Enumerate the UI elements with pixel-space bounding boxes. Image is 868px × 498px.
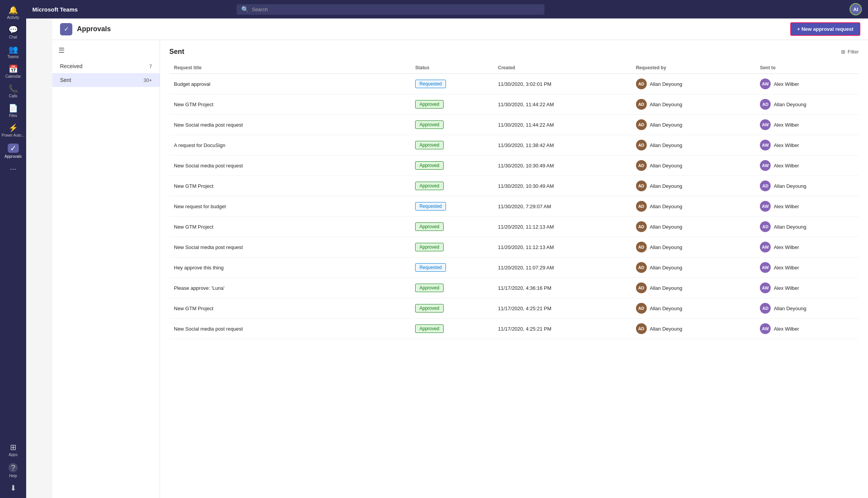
cell-status: Requested <box>411 74 493 94</box>
cell-sent-to: AD Allan Deyoung <box>755 298 859 319</box>
table-row[interactable]: Hey approve this thing Requested 11/20/2… <box>169 257 859 278</box>
table-row[interactable]: New Social media post request Approved 1… <box>169 319 859 339</box>
avatar: AW <box>760 140 771 150</box>
table-row[interactable]: New request for budget Requested 11/30/2… <box>169 196 859 217</box>
avatar: AD <box>636 160 647 171</box>
avatar: AD <box>636 323 647 334</box>
sidebar-item-label-power-automate: Power Auto... <box>2 133 24 137</box>
hamburger-icon[interactable]: ☰ <box>58 46 65 55</box>
table-row[interactable]: New Social media post request Approved 1… <box>169 115 859 135</box>
cell-created: 11/30/2020, 11:44:22 AM <box>493 94 631 115</box>
avatar: AD <box>760 180 771 191</box>
status-badge: Approved <box>415 222 443 231</box>
cell-requested-by: AD Allan Deyoung <box>631 278 756 298</box>
col-header-created: Created <box>493 62 631 74</box>
more-icon: ··· <box>10 165 17 172</box>
sidebar-item-more[interactable]: ··· <box>0 162 26 175</box>
sidebar-item-calendar[interactable]: 📅 Calendar <box>0 62 26 82</box>
avatar: AW <box>760 242 771 252</box>
cell-status: Approved <box>411 135 493 155</box>
table-row[interactable]: New GTM Project Approved 11/17/2020, 4:2… <box>169 298 859 319</box>
sidebar-item-power-automate[interactable]: ⚡ Power Auto... <box>0 121 26 140</box>
search-box[interactable]: 🔍 <box>237 4 544 15</box>
status-badge: Requested <box>415 263 446 272</box>
status-badge: Approved <box>415 100 443 109</box>
cell-title: New request for budget <box>169 196 411 217</box>
cell-sent-to: AW Alex Wilber <box>755 135 859 155</box>
table-row[interactable]: New GTM Project Approved 11/30/2020, 11:… <box>169 94 859 115</box>
nav-badge-sent: 30+ <box>144 77 152 83</box>
sidebar-item-label-activity: Activity <box>7 15 19 20</box>
teams-icon: 👥 <box>8 45 18 53</box>
sidebar-item-chat[interactable]: 💬 Chat <box>0 23 26 42</box>
panel-header-row: Sent ⊞ Filter <box>169 48 859 56</box>
cell-requested-by: AD Allan Deyoung <box>631 257 756 278</box>
sidebar-item-approvals[interactable]: ✓ Approvals <box>0 140 26 162</box>
status-badge: Approved <box>415 284 443 292</box>
nav-item-received[interactable]: Received 7 <box>52 59 160 73</box>
avatar: AD <box>636 201 647 212</box>
table-row[interactable]: New GTM Project Approved 11/30/2020, 10:… <box>169 176 859 196</box>
sidebar-item-label-calls: Calls <box>9 94 17 98</box>
apps-icon: ⊞ <box>10 443 17 451</box>
sidebar-item-files[interactable]: 📄 Files <box>0 101 26 121</box>
cell-requested-by: AD Allan Deyoung <box>631 135 756 155</box>
sidebar-item-label-calendar: Calendar <box>5 74 21 79</box>
col-header-sent-to: Sent to <box>755 62 859 74</box>
sidebar-item-label-apps: Apps <box>9 453 18 457</box>
sidebar-item-calls[interactable]: 📞 Calls <box>0 82 26 101</box>
table-row[interactable]: A request for DocuSign Approved 11/30/20… <box>169 135 859 155</box>
sidebar-item-label-approvals: Approvals <box>5 154 22 159</box>
cell-title: New Social media post request <box>169 319 411 339</box>
cell-created: 11/30/2020, 11:44:22 AM <box>493 115 631 135</box>
cell-requested-by: AD Allan Deyoung <box>631 196 756 217</box>
cell-created: 11/17/2020, 4:25:21 PM <box>493 298 631 319</box>
filter-button[interactable]: ⊞ Filter <box>841 49 859 55</box>
nav-item-sent[interactable]: Sent 30+ <box>52 73 160 87</box>
table-row[interactable]: Please approve: 'Luna' Approved 11/17/20… <box>169 278 859 298</box>
avatar: AD <box>636 303 647 314</box>
sidebar-item-activity[interactable]: 🔔 Activity <box>0 3 26 23</box>
approvals-table: Request title Status Created Requested b… <box>169 62 859 339</box>
status-badge: Approved <box>415 161 443 170</box>
table-row[interactable]: Budget approval Requested 11/30/2020, 3:… <box>169 74 859 94</box>
calls-icon: 📞 <box>8 85 18 92</box>
cell-requested-by: AD Allan Deyoung <box>631 217 756 237</box>
table-row[interactable]: New GTM Project Approved 11/20/2020, 11:… <box>169 217 859 237</box>
cell-status: Approved <box>411 94 493 115</box>
cell-requested-by: AD Allan Deyoung <box>631 319 756 339</box>
help-icon: ? <box>8 463 18 472</box>
avatar: AW <box>760 79 771 89</box>
sidebar-item-label-chat: Chat <box>9 35 17 39</box>
avatar: AD <box>760 221 771 232</box>
col-header-requested-by: Requested by <box>631 62 756 74</box>
cell-sent-to: AW Alex Wilber <box>755 257 859 278</box>
sidebar-item-download[interactable]: ⬇ <box>0 481 26 495</box>
sidebar-item-apps[interactable]: ⊞ Apps <box>0 440 26 460</box>
cell-created: 11/30/2020, 7:29:07 AM <box>493 196 631 217</box>
avatar: AD <box>636 180 647 191</box>
cell-status: Approved <box>411 319 493 339</box>
avatar: AW <box>760 262 771 273</box>
cell-requested-by: AD Allan Deyoung <box>631 176 756 196</box>
user-avatar-top[interactable]: AI <box>850 3 862 15</box>
table-row[interactable]: New Social media post request Approved 1… <box>169 155 859 176</box>
status-badge: Approved <box>415 304 443 313</box>
col-header-status: Status <box>411 62 493 74</box>
new-approval-button[interactable]: + New approval request <box>790 22 860 36</box>
sidebar-item-teams[interactable]: 👥 Teams <box>0 42 26 62</box>
cell-created: 11/30/2020, 10:30:49 AM <box>493 176 631 196</box>
left-panel: ☰ Received 7 Sent 30+ <box>52 40 160 498</box>
sidebar: 🔔 Activity 💬 Chat 👥 Teams 📅 Calendar 📞 C… <box>0 0 26 498</box>
cell-sent-to: AW Alex Wilber <box>755 237 859 257</box>
nav-badge-received: 7 <box>149 64 152 69</box>
sidebar-item-help[interactable]: ? Help <box>0 460 26 481</box>
table-row[interactable]: New Social media post request Approved 1… <box>169 237 859 257</box>
search-input[interactable] <box>252 7 540 12</box>
search-icon: 🔍 <box>241 6 249 13</box>
cell-status: Approved <box>411 176 493 196</box>
sidebar-item-label-teams: Teams <box>7 55 18 59</box>
cell-title: New GTM Project <box>169 217 411 237</box>
avatar: AD <box>760 303 771 314</box>
cell-created: 11/30/2020, 3:02:01 PM <box>493 74 631 94</box>
